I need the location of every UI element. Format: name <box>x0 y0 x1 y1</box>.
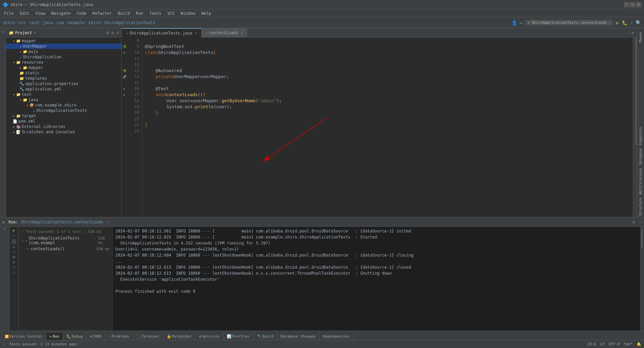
tree-test[interactable]: ▾ 📁 test <box>6 92 121 97</box>
tab-profiler[interactable]: 📊Profiler <box>223 333 254 340</box>
tab-todo[interactable]: ≡TODO <box>87 333 105 340</box>
tab-run[interactable]: ▶Run <box>46 333 63 340</box>
expand-all-button[interactable]: ⊞ <box>13 255 15 259</box>
project-collapse-all[interactable]: ⊟ <box>107 30 109 35</box>
tree-resources[interactable]: ▾ 📁 resources <box>6 60 121 65</box>
log-scrollbar[interactable] <box>640 227 644 331</box>
run-tab-name[interactable]: ShiroApplicationTests.contextLoads <box>21 220 103 224</box>
tab-problems[interactable]: ⚠Problems <box>105 333 133 340</box>
breadcrumb-com[interactable]: com <box>57 20 64 25</box>
tab-context-loads[interactable]: ⚡ contextLoads ✕ <box>202 28 247 38</box>
editor-scrollbar[interactable] <box>633 38 637 217</box>
menu-code[interactable]: Code <box>74 10 89 16</box>
menu-navigate[interactable]: Navigate <box>49 10 73 16</box>
tab-shiro-tests[interactable]: ☕ ShiroApplicationTests.java ✕ <box>122 28 202 38</box>
breadcrumb-test[interactable]: test <box>30 20 39 25</box>
run-output[interactable]: 2024-02-07 00:18:11.561 INFO 18060 --- [… <box>113 227 640 331</box>
breadcrumb-class[interactable]: ShiroApplicationTests <box>104 20 155 25</box>
code-editor[interactable]: @SpringBootTest class ShiroApplicationTe… <box>142 38 633 217</box>
editor-settings-icon[interactable]: ⚙ <box>629 30 637 35</box>
sort-alpha-button[interactable]: ⇅ <box>13 245 15 249</box>
run-config[interactable]: ▶ ShiroApplicationTests.contextLoads ▾ <box>525 20 613 25</box>
tree-app-yml[interactable]: 🔧 application.yml <box>6 86 121 92</box>
menu-file[interactable]: File <box>1 10 16 16</box>
database-tab[interactable]: Database <box>638 147 643 166</box>
tab-murphysec[interactable]: 🔒MurphySec <box>163 333 196 340</box>
endpoints-tab[interactable]: Endpoints <box>638 126 643 146</box>
titlebar-controls[interactable]: ─ □ ✕ <box>624 2 641 7</box>
test-method-row[interactable]: ✓ contextLoads() 538 ms <box>20 246 111 252</box>
maximize-button[interactable]: □ <box>630 2 635 7</box>
tab-dependencies[interactable]: Dependencies <box>320 333 353 340</box>
tree-pom[interactable]: 📄 pom.xml <box>6 119 121 124</box>
tree-java[interactable]: ▾ 📁 java <box>6 97 121 102</box>
run-tab-close[interactable]: ✕ <box>107 220 109 224</box>
coverage-button[interactable]: ⚡ <box>630 20 633 25</box>
tree-usermapper[interactable]: ☕ UserMapper <box>6 44 121 49</box>
close-button[interactable]: ✕ <box>636 2 641 7</box>
tree-app-properties[interactable]: 🔧 application.properties <box>6 81 121 86</box>
rerun-button[interactable]: ▶ <box>13 228 15 233</box>
tab-debug[interactable]: 🐛Debug <box>63 333 87 340</box>
tree-external-libs[interactable]: ▸ 📚 External Libraries <box>6 124 121 129</box>
menu-help[interactable]: Help <box>199 10 214 16</box>
tree-resources-mapper[interactable]: ▸ 📁 mapper <box>6 65 121 70</box>
tree-shiroapplication[interactable]: ☕ ShiroApplication <box>6 54 121 60</box>
run-config-dropdown[interactable]: ▾ <box>608 21 610 24</box>
menu-run[interactable]: Run <box>133 10 146 16</box>
status-notifications-icon[interactable]: 🔔 <box>637 342 641 346</box>
collapse-all-button[interactable]: ⊟ <box>13 260 15 264</box>
menu-vcs[interactable]: VCS <box>165 10 177 16</box>
run-settings-icon[interactable]: ⚙ <box>633 220 635 224</box>
status-encoding[interactable]: UTF-8 <box>608 342 620 346</box>
tree-target[interactable]: ▸ 📁 target <box>6 113 121 119</box>
maven-panel-tab[interactable]: Maven <box>638 31 643 44</box>
menu-view[interactable]: View <box>33 10 48 16</box>
next-fail-button[interactable]: ↓ <box>13 270 15 274</box>
tab-services[interactable]: ⚙Services <box>196 333 223 340</box>
structure-tab[interactable]: Structure <box>638 196 643 217</box>
tab-version-control[interactable]: 🔀Version Control <box>1 333 46 340</box>
tab-db-changes[interactable]: Database Changes <box>277 333 320 340</box>
tree-templates[interactable]: 📁 templates <box>6 76 121 81</box>
tab-terminal[interactable]: ⬛Terminal <box>133 333 163 340</box>
stop-button[interactable]: ⬛ <box>11 239 16 244</box>
tree-mapper[interactable]: ▾ 📁 mapper <box>6 38 121 44</box>
minimize-button[interactable]: ─ <box>624 2 629 7</box>
test-class-expand[interactable]: ▾ <box>25 239 27 242</box>
left-icon-1[interactable]: P <box>1 31 5 32</box>
tab-build[interactable]: 🔨Build <box>254 333 277 340</box>
status-lf[interactable]: LF <box>600 342 604 346</box>
menu-edit[interactable]: Edit <box>17 10 32 16</box>
breadcrumb-shiro[interactable]: shiro <box>3 20 15 25</box>
tree-scratches[interactable]: ▸ 📝 Scratches and Consoles <box>6 129 121 135</box>
prev-fail-button[interactable]: ↑ <box>13 265 15 269</box>
test-class-row[interactable]: ✓ ▾ ShiroApplicationTests (com.exampl 53… <box>20 235 111 246</box>
tree-com-example-shiro[interactable]: ▾ 📦 com.example.shiro <box>6 102 121 108</box>
navigate-back-icon[interactable]: ⟵ <box>520 20 523 25</box>
menu-tools[interactable]: Tools <box>147 10 164 16</box>
tree-shiro-app-tests[interactable]: ☕ ShiroApplicationTests <box>6 108 121 113</box>
run-coverage-button[interactable]: ✓ <box>13 234 15 238</box>
sort-dur-button[interactable]: ↕ <box>13 250 15 254</box>
tab2-close-icon[interactable]: ✕ <box>241 31 243 34</box>
status-position[interactable]: 19:6 <box>587 342 596 346</box>
breadcrumb-example[interactable]: example <box>67 20 85 25</box>
breadcrumb-java[interactable]: java <box>43 20 53 25</box>
project-dropdown[interactable]: ▾ <box>34 31 36 34</box>
menu-refactor[interactable]: Refactor <box>90 10 114 16</box>
status-indent[interactable]: Tab* <box>624 342 633 346</box>
menu-build[interactable]: Build <box>115 10 132 16</box>
search-button[interactable]: 🔍 <box>636 20 641 25</box>
breadcrumb-src[interactable]: src <box>18 20 26 25</box>
debug-button[interactable]: 🐛 <box>622 20 628 25</box>
project-settings[interactable]: ⚙ <box>116 30 119 35</box>
breadcrumb-shiro2[interactable]: shiro <box>88 20 100 25</box>
tree-pojo[interactable]: ▸ 📁 pojo <box>6 49 121 54</box>
menu-window[interactable]: Window <box>178 10 198 16</box>
run-minimize-icon[interactable]: ─ <box>639 220 641 224</box>
project-locate[interactable]: ◎ <box>112 30 114 35</box>
notifications-tab[interactable]: Notifications <box>638 167 643 196</box>
tab-close-icon[interactable]: ✕ <box>195 31 197 35</box>
tree-static[interactable]: 📁 static <box>6 70 121 76</box>
